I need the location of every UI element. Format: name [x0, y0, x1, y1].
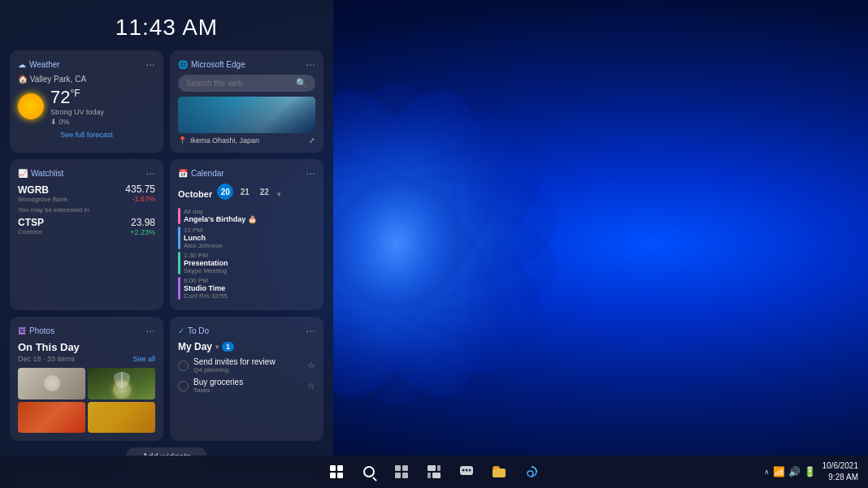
todo-sub-2: Tasks — [193, 387, 307, 394]
cloud-icon: ☁ — [18, 60, 26, 69]
expand-icon: ⤢ — [309, 136, 315, 145]
weather-forecast-link[interactable]: See full forecast — [18, 131, 155, 139]
taskview-button[interactable] — [387, 457, 416, 486]
todo-chevron-icon[interactable]: ▾ — [215, 343, 219, 351]
calendar-chevron-icon[interactable]: ▾ — [277, 191, 280, 198]
svg-point-19 — [466, 469, 468, 472]
weather-more-button[interactable]: ··· — [145, 58, 155, 70]
widgets-icon — [427, 465, 441, 478]
todo-sub-1: Q4 planning — [193, 366, 307, 374]
cal-event-content-lunch: 12 PM Lunch Alex Johnson — [184, 227, 223, 249]
todo-checkbox-1[interactable] — [178, 361, 189, 371]
chat-button[interactable] — [452, 457, 481, 486]
stock-price-ctsp: 23.98 — [130, 217, 155, 228]
search-button[interactable] — [354, 457, 384, 486]
edge-location: 📍 Ikema Ohashi, Japan ⤢ — [178, 136, 315, 145]
battery-icon: 🔋 — [804, 466, 816, 477]
cal-event-content-birthday: All day Angela's Birthday 🎂 — [184, 208, 257, 223]
explorer-icon — [492, 465, 506, 478]
stock-row-ctsp: CTSP Contoso 23.98 +2.23% — [18, 217, 155, 236]
taskbar-date: 10/6/2021 — [822, 460, 859, 472]
photo-thumb-1[interactable] — [18, 368, 85, 399]
calendar-icon: 📅 — [178, 169, 188, 178]
todo-badge: 1 — [222, 342, 234, 352]
cal-event-bar-lunch — [178, 227, 180, 249]
widgets-grid: ☁ Weather ··· 🏠 Valley Park, CA 72°F Str… — [0, 50, 333, 441]
cal-event-birthday: All day Angela's Birthday 🎂 — [178, 208, 315, 224]
cal-event-sub-studio: Conf Rm 32/55 — [184, 292, 228, 300]
start-button[interactable] — [322, 457, 351, 486]
taskbar: ∧ 📶 🔊 🔋 10/6/2021 9:28 AM — [0, 456, 868, 488]
watchlist-more-button[interactable]: ··· — [145, 167, 155, 179]
chart-icon: 📈 — [18, 169, 28, 178]
stock-name-ctsp: Contoso — [18, 228, 44, 235]
explorer-button[interactable] — [484, 457, 514, 486]
cal-event-title-studio: Studio Time — [184, 284, 228, 292]
svg-rect-16 — [432, 473, 441, 478]
cal-day-21[interactable]: 21 — [237, 184, 253, 200]
todo-more-button[interactable]: ··· — [306, 325, 315, 336]
cal-event-time-birthday: All day — [184, 208, 257, 215]
photos-grid — [18, 368, 155, 433]
todo-checkbox-2[interactable] — [178, 381, 189, 391]
stock-change-ctsp: +2.23% — [130, 228, 155, 236]
weather-uv: ⬇ 0% — [50, 118, 104, 126]
todo-title-row: ✓ To Do — [178, 326, 209, 335]
todo-star-1[interactable]: ☆ — [307, 361, 315, 371]
photos-see-all-link[interactable]: See all — [132, 355, 155, 363]
cal-day-20[interactable]: 20 — [217, 184, 233, 200]
calendar-month: October 20 21 22 ▾ — [178, 184, 315, 205]
photo-thumb-3[interactable] — [18, 402, 85, 434]
cal-event-bar-birthday — [178, 208, 180, 224]
stock-row-wgrb: WGRB Woodgrove Bank 435.75 -1.67% — [18, 184, 155, 203]
cal-event-title-birthday: Angela's Birthday 🎂 — [184, 215, 257, 223]
cal-event-sub-pres: Skype Meeting — [184, 267, 228, 274]
svg-point-20 — [469, 469, 471, 472]
weather-condition: Strong UV today — [50, 108, 104, 116]
photos-more-button[interactable]: ··· — [145, 325, 155, 336]
todo-item-2: Buy groceries Tasks ☆ — [178, 378, 315, 394]
calendar-title: Calendar — [191, 169, 224, 178]
stock-price-group-ctsp: 23.98 +2.23% — [130, 217, 155, 236]
cal-event-title-lunch: Lunch — [184, 234, 223, 242]
edge-search-input[interactable] — [186, 79, 291, 88]
cal-event-sub-lunch: Alex Johnson — [184, 242, 223, 249]
systray-caret-icon[interactable]: ∧ — [764, 468, 770, 476]
watchlist-widget: 📈 Watchlist ··· WGRB Woodgrove Bank 435.… — [10, 159, 163, 310]
stock-price-group-wgrb: 435.75 -1.67% — [125, 184, 155, 203]
cal-event-presentation: 1:30 PM Presentation Skype Meeting — [178, 252, 315, 274]
calendar-more-button[interactable]: ··· — [306, 167, 315, 179]
svg-rect-13 — [427, 465, 436, 471]
watchlist-suggest-label: You may be interested in — [18, 206, 155, 214]
systray: ∧ 📶 🔊 🔋 — [764, 466, 816, 477]
todo-list-name: My Day — [178, 341, 212, 352]
weather-widget: ☁ Weather ··· 🏠 Valley Park, CA 72°F Str… — [10, 50, 163, 153]
edge-taskbar-icon — [525, 465, 538, 478]
photo-thumb-2[interactable] — [88, 368, 155, 399]
edge-title: Microsoft Edge — [191, 60, 245, 69]
weather-main: 72°F Strong UV today ⬇ 0% — [18, 87, 155, 126]
calendar-title-row: 📅 Calendar — [178, 169, 224, 178]
cal-event-studio: 6:00 PM Studio Time Conf Rm 32/55 — [178, 277, 315, 300]
cal-day-22[interactable]: 22 — [256, 184, 272, 200]
taskbar-time: 9:28 AM — [822, 472, 859, 483]
photos-meta: Dec 18 · 33 items See all — [18, 355, 155, 363]
weather-temp-group: 72°F Strong UV today ⬇ 0% — [50, 87, 104, 126]
edge-title-row: 🌐 Microsoft Edge — [178, 60, 245, 69]
edge-more-button[interactable]: ··· — [306, 58, 315, 70]
todo-star-2[interactable]: ☆ — [307, 381, 315, 391]
taskbar-datetime[interactable]: 10/6/2021 9:28 AM — [822, 460, 859, 483]
edge-header: 🌐 Microsoft Edge ··· — [178, 58, 315, 70]
widgets-button[interactable] — [419, 457, 449, 486]
photo-thumb-4[interactable] — [88, 402, 155, 434]
taskbar-center — [322, 457, 546, 486]
edge-taskbar-button[interactable] — [517, 457, 546, 486]
cal-event-content-pres: 1:30 PM Presentation Skype Meeting — [184, 252, 228, 274]
cal-event-content-studio: 6:00 PM Studio Time Conf Rm 32/55 — [184, 277, 228, 300]
edge-preview-image — [178, 97, 315, 133]
edge-search-bar[interactable]: 🔍 — [178, 75, 315, 92]
chat-icon — [459, 465, 474, 478]
cal-event-time-lunch: 12 PM — [184, 227, 223, 234]
wifi-icon: 📶 — [773, 466, 785, 477]
stock-info-wgrb: WGRB Woodgrove Bank — [18, 184, 67, 203]
